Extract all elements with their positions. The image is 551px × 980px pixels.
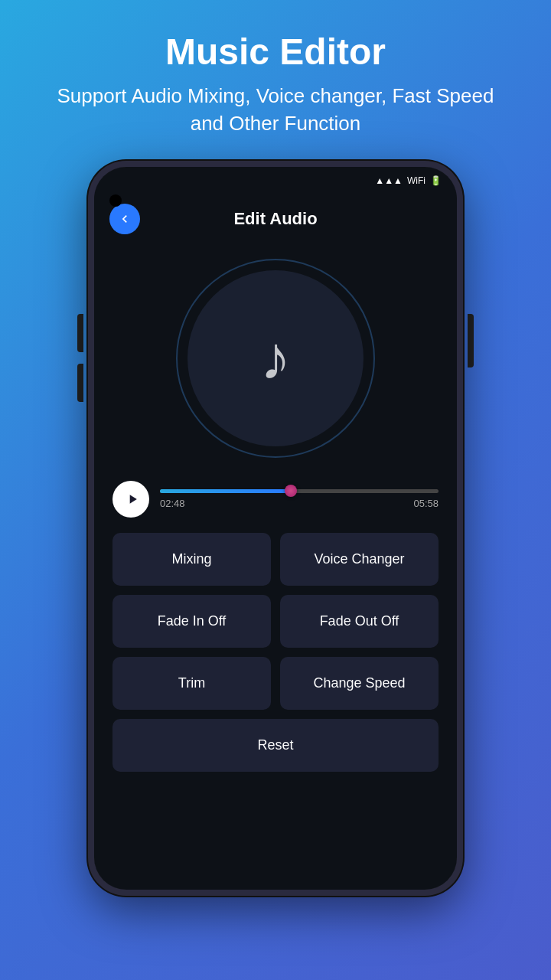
camera-hole (109, 194, 122, 207)
battery-icon: 🔋 (430, 175, 442, 186)
chevron-left-icon (117, 211, 132, 227)
phone-frame: ▲▲▲ WiFi 🔋 Edit Audio ♪ (88, 161, 463, 896)
fade-out-button[interactable]: Fade Out Off (280, 595, 439, 648)
play-icon (125, 492, 140, 507)
screen-title: Edit Audio (94, 209, 457, 229)
signal-icon: ▲▲▲ (375, 175, 403, 186)
reset-button[interactable]: Reset (112, 719, 439, 772)
status-icons: ▲▲▲ WiFi 🔋 (375, 175, 442, 186)
progress-container: 02:48 05:58 (160, 489, 439, 509)
status-bar: ▲▲▲ WiFi 🔋 (94, 167, 457, 194)
app-title-heading: Music Editor (46, 31, 505, 73)
progress-thumb[interactable] (285, 485, 297, 497)
trim-button[interactable]: Trim (112, 657, 271, 710)
action-buttons-grid: Mixing Voice Changer Fade In Off Fade Ou… (112, 533, 439, 710)
album-art-outer: ♪ (176, 259, 375, 458)
progress-row: 02:48 05:58 (112, 481, 439, 518)
vol-up-button (77, 314, 83, 352)
change-speed-button[interactable]: Change Speed (280, 657, 439, 710)
music-note-icon: ♪ (260, 328, 291, 389)
progress-fill (160, 489, 291, 493)
header-section: Music Editor Support Audio Mixing, Voice… (0, 0, 551, 153)
fade-in-button[interactable]: Fade In Off (112, 595, 271, 648)
app-subtitle: Support Audio Mixing, Voice changer, Fas… (46, 82, 505, 138)
wifi-icon: WiFi (407, 175, 425, 186)
vol-down-button (77, 364, 83, 402)
voice-changer-button[interactable]: Voice Changer (280, 533, 439, 586)
back-button[interactable] (109, 204, 140, 234)
time-row: 02:48 05:58 (160, 498, 439, 509)
current-time: 02:48 (160, 498, 185, 509)
app-bar: Edit Audio (94, 194, 457, 243)
album-art-inner: ♪ (187, 270, 364, 446)
play-button[interactable] (112, 481, 149, 518)
progress-track[interactable] (160, 489, 439, 493)
player-area: ♪ 02:48 05:58 (94, 243, 457, 890)
total-time: 05:58 (413, 498, 439, 509)
mixing-button[interactable]: Mixing (112, 533, 271, 586)
power-button (468, 314, 474, 368)
phone-wrapper: ▲▲▲ WiFi 🔋 Edit Audio ♪ (88, 161, 463, 896)
